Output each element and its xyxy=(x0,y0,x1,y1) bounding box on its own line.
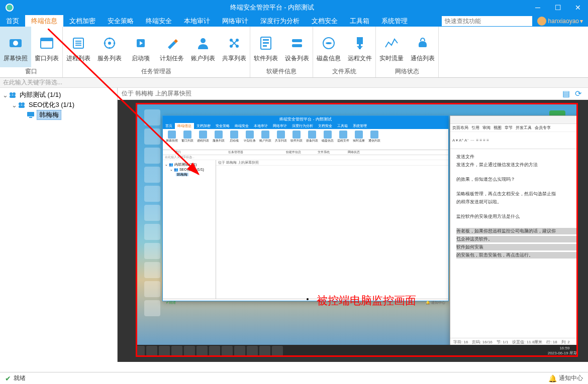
svg-rect-3 xyxy=(41,38,53,41)
svg-point-31 xyxy=(22,102,25,105)
check-icon: ✔ xyxy=(5,374,11,382)
ribbon-账户列表[interactable]: 账户列表 xyxy=(187,27,219,67)
tree-root[interactable]: ⌄ 内部测试 (1/1) xyxy=(0,90,117,100)
username-label: hanxiaoyao xyxy=(548,18,579,25)
tree-child[interactable]: ⌄ SEO优化3 (1/1) xyxy=(0,100,117,110)
ribbon-屏幕快照[interactable]: 屏幕快照 xyxy=(0,27,31,67)
menubar: 首页 终端信息 文档加密 安全策略 终端安全 本地审计 网络审计 深度行为分析 … xyxy=(0,15,588,27)
tab-terminal-security[interactable]: 终端安全 xyxy=(140,15,178,27)
user-icon xyxy=(537,17,546,26)
remote-desktop: aeb共享(192.168.3...) home(192.168.3...) 每… xyxy=(137,104,576,355)
ribbon-设备列表[interactable]: 设备列表 xyxy=(281,27,313,67)
collapse-icon[interactable]: ⌄ xyxy=(11,101,17,109)
ribbon-磁盘信息[interactable]: 磁盘信息 xyxy=(313,27,344,67)
ribbon-共享列表[interactable]: 共享列表 xyxy=(219,27,250,67)
minimize-button[interactable]: ─ xyxy=(528,0,548,15)
filter-input[interactable]: 在此输入关键字筛选... xyxy=(0,78,588,88)
group-icon xyxy=(17,101,26,109)
user-menu[interactable]: hanxiaoyao ▾ xyxy=(532,17,588,26)
tab-network-audit[interactable]: 网络审计 xyxy=(216,15,254,27)
ribbon-进程列表[interactable]: 进程列表 xyxy=(63,27,94,67)
window-title: 终端安全管控平台 - 内部测试 xyxy=(17,3,528,12)
annotation-text: 被控端电脑监控画面 xyxy=(317,293,416,308)
search-input[interactable] xyxy=(442,16,532,26)
tab-sysmgmt[interactable]: 系统管理 xyxy=(375,15,414,27)
svg-rect-22 xyxy=(263,45,267,47)
close-button[interactable]: ✕ xyxy=(568,0,588,15)
ribbon-窗口列表[interactable]: 窗口列表 xyxy=(31,27,62,67)
ribbon-实时流量[interactable]: 实时流量 xyxy=(376,27,407,67)
tab-doc-encrypt[interactable]: 文档加密 xyxy=(63,15,102,27)
ribbon-启动项[interactable]: 启动项 xyxy=(125,27,156,67)
remote-taskbar: 16:592023-06-19 星期一 xyxy=(137,345,576,355)
sidebar-tree: ⌄ 内部测试 (1/1) ⌄ SEO优化3 (1/1) 韩梅梅 xyxy=(0,88,118,362)
ribbon-远程文件[interactable]: 远程文件 xyxy=(344,27,375,67)
svg-rect-24 xyxy=(292,44,302,47)
svg-point-1 xyxy=(13,41,18,46)
monitor-icon xyxy=(26,111,35,119)
svg-point-9 xyxy=(108,42,111,45)
tab-local-audit[interactable]: 本地审计 xyxy=(178,15,216,27)
svg-point-30 xyxy=(19,102,22,105)
tab-doc-security[interactable]: 文档安全 xyxy=(306,15,344,27)
group-icon xyxy=(8,91,17,99)
word-window: ☰▦ 立即登录 👤─☐ 页面布局引用审阅视图章节开发工具会员专享 🔍 查找 ⚙ … xyxy=(450,115,576,346)
svg-point-12 xyxy=(201,38,206,43)
ribbon-服务列表[interactable]: 服务列表 xyxy=(94,27,125,67)
svg-point-27 xyxy=(10,92,13,95)
svg-rect-21 xyxy=(263,42,269,44)
svg-point-26 xyxy=(326,42,332,44)
svg-rect-32 xyxy=(19,105,25,108)
ribbon: 屏幕快照窗口列表窗口进程列表服务列表启动项计划任务账户列表共享列表任务管理器软件… xyxy=(0,27,588,78)
titlebar: 终端安全管控平台 - 内部测试 ─ ☐ ✕ xyxy=(0,0,588,15)
tab-toolbox[interactable]: 工具箱 xyxy=(344,15,375,27)
ribbon-计划任务[interactable]: 计划任务 xyxy=(156,27,187,67)
svg-rect-33 xyxy=(27,112,34,116)
statusbar: ✔ 就绪 🔔 通知中心 xyxy=(0,372,588,384)
svg-rect-23 xyxy=(292,39,302,42)
app-logo xyxy=(3,1,17,15)
screenshot-viewport: aeb共享(192.168.3...) home(192.168.3...) 每… xyxy=(118,100,588,362)
maximize-button[interactable]: ☐ xyxy=(548,0,568,15)
tab-security-policy[interactable]: 安全策略 xyxy=(102,15,140,27)
tab-home[interactable]: 首页 xyxy=(0,15,25,27)
annotation-dot xyxy=(307,298,309,300)
notification-center[interactable]: 🔔 通知中心 xyxy=(548,374,583,382)
ribbon-通信列表[interactable]: 通信列表 xyxy=(407,27,438,67)
desktop-icons xyxy=(140,106,164,319)
svg-rect-20 xyxy=(263,39,269,41)
status-text: 就绪 xyxy=(14,374,548,382)
bell-icon: 🔔 xyxy=(548,374,557,382)
refresh-icon[interactable]: ⟳ xyxy=(572,88,584,100)
location-bar: 位于 韩梅梅 上的屏幕快照 ▤ ⟳ xyxy=(118,88,588,100)
annotation-frame: aeb共享(192.168.3...) home(192.168.3...) 每… xyxy=(136,103,578,357)
svg-rect-29 xyxy=(10,95,16,98)
tab-behavior[interactable]: 深度行为分析 xyxy=(254,15,306,27)
document-icon[interactable]: ▤ xyxy=(560,88,572,100)
svg-rect-34 xyxy=(29,117,32,118)
collapse-icon[interactable]: ⌄ xyxy=(2,91,8,99)
tree-leaf[interactable]: 韩梅梅 xyxy=(0,110,117,120)
svg-point-28 xyxy=(13,92,16,95)
ribbon-软件列表[interactable]: 软件列表 xyxy=(250,27,281,67)
inner-app-window: 终端安全管控平台 - 内部测试 首页终端信息文档加密安全策略终端安全本地审计网络… xyxy=(162,115,449,301)
tab-terminal-info[interactable]: 终端信息 xyxy=(25,15,63,27)
